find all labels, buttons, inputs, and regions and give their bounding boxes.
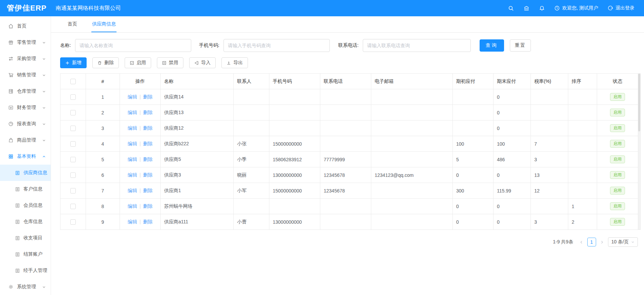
reset-button[interactable]: 重置 <box>510 39 531 52</box>
search-button[interactable]: 查询 <box>480 39 504 52</box>
sidebar-item-warehouse[interactable]: 仓库管理 <box>0 83 51 99</box>
sidebar-item-label: 基本资料 <box>17 153 36 160</box>
sidebar-item-purchase[interactable]: 采购管理 <box>0 51 51 67</box>
tab-home[interactable]: 首页 <box>67 16 78 32</box>
sidebar-item-system[interactable]: 系统管理 <box>0 279 51 295</box>
name-filter-input[interactable] <box>75 39 191 52</box>
delete-link[interactable]: 删除 <box>143 172 153 178</box>
header-ending-payable: 期末应付 <box>494 74 531 89</box>
bell-icon[interactable] <box>539 5 545 11</box>
header-index: # <box>86 74 120 89</box>
tab-supplier-info[interactable]: 供应商信息 <box>91 16 117 32</box>
cell-checkbox <box>60 89 86 105</box>
sidebar-item-label: 仓库信息 <box>23 219 42 225</box>
cell-sort: 2 <box>568 214 597 230</box>
sidebar-item-goods[interactable]: 商品管理 <box>0 132 51 148</box>
supplier-table: # 操作 名称 联系人 手机号码 联系电话 电子邮箱 期初应付 期末应付 税率(… <box>60 73 641 230</box>
add-button[interactable]: 新增 <box>60 57 87 68</box>
row-checkbox[interactable] <box>70 204 76 209</box>
delete-link[interactable]: 删除 <box>143 94 153 99</box>
cell-contact: 小季 <box>234 152 269 167</box>
user-menu[interactable]: 欢迎您, 测试用户 <box>554 5 598 11</box>
document-icon <box>15 203 20 208</box>
action-separator: | <box>140 110 141 115</box>
edit-link[interactable]: 编辑 <box>128 94 137 99</box>
bag-icon <box>8 137 14 143</box>
scrollbar-thumb[interactable] <box>638 74 640 131</box>
delete-link[interactable]: 删除 <box>143 141 153 146</box>
table-scrollbar[interactable] <box>638 73 641 230</box>
chevron-down-icon <box>42 73 46 77</box>
cell-name: 供应商5 <box>161 152 234 167</box>
next-page-icon[interactable] <box>600 240 605 244</box>
row-checkbox[interactable] <box>70 188 76 193</box>
edit-link[interactable]: 编辑 <box>128 172 137 178</box>
sidebar-item-warehouse-info[interactable]: 仓库信息 <box>0 214 51 230</box>
row-checkbox[interactable] <box>70 219 76 225</box>
edit-link[interactable]: 编辑 <box>128 219 137 224</box>
export-button[interactable]: 导出 <box>221 57 248 68</box>
sidebar-item-reports[interactable]: 报表查询 <box>0 116 51 132</box>
chevron-down-icon <box>42 90 46 93</box>
row-checkbox[interactable] <box>70 126 76 131</box>
action-separator: | <box>140 94 141 99</box>
row-checkbox[interactable] <box>70 172 76 178</box>
select-all-checkbox[interactable] <box>70 79 76 84</box>
edit-link[interactable]: 编辑 <box>128 110 137 115</box>
delete-link[interactable]: 删除 <box>143 219 153 224</box>
import-button[interactable]: 导入 <box>189 57 216 68</box>
cell-sort <box>568 89 597 105</box>
header-name: 名称 <box>161 74 234 89</box>
sidebar-item-income-expense[interactable]: 收支项目 <box>0 230 51 246</box>
row-checkbox[interactable] <box>70 110 76 115</box>
delete-button[interactable]: 删除 <box>92 57 119 68</box>
gear-icon <box>8 284 14 290</box>
cell-tax-rate: 7 <box>531 136 568 152</box>
search-icon[interactable] <box>508 5 514 11</box>
chevron-up-icon <box>42 155 46 159</box>
cell-email <box>371 152 453 167</box>
delete-link[interactable]: 删除 <box>143 188 153 193</box>
sidebar-item-handler-management[interactable]: 经手人管理 <box>0 262 51 279</box>
sidebar-item-settlement-account[interactable]: 结算账户 <box>0 246 51 262</box>
edit-link[interactable]: 编辑 <box>128 141 137 146</box>
logout-button[interactable]: 退出登录 <box>608 5 634 11</box>
page-number[interactable]: 1 <box>587 238 596 246</box>
cell-opening-payable: 0 <box>453 167 494 183</box>
export-button-label: 导出 <box>233 60 243 66</box>
edit-link[interactable]: 编辑 <box>128 125 137 131</box>
delete-link[interactable]: 删除 <box>143 203 153 209</box>
sidebar-item-member-info[interactable]: 会员信息 <box>0 197 51 214</box>
page-size-select[interactable]: 10 条/页 <box>608 237 638 247</box>
sidebar-item-label: 销售管理 <box>17 72 36 78</box>
delete-link[interactable]: 删除 <box>143 125 153 131</box>
sidebar-item-basic-data[interactable]: 基本资料 <box>0 148 51 165</box>
cell-opening-payable: 0 <box>453 199 494 214</box>
cell-index: 7 <box>86 183 120 199</box>
edit-link[interactable]: 编辑 <box>128 203 137 209</box>
sidebar-item-finance[interactable]: 财务管理 <box>0 99 51 116</box>
sidebar: 首页 零售管理 采购管理 销售管理 仓库管理 财务管理 <box>0 16 51 295</box>
row-checkbox[interactable] <box>70 94 76 100</box>
mobile-filter-input[interactable] <box>223 39 330 52</box>
sidebar-item-retail[interactable]: 零售管理 <box>0 34 51 51</box>
delete-link[interactable]: 删除 <box>143 156 153 162</box>
sidebar-item-customer-info[interactable]: 客户信息 <box>0 181 51 197</box>
enable-button[interactable]: 启用 <box>125 57 151 68</box>
row-checkbox[interactable] <box>70 141 76 147</box>
cell-ending-payable: 0 <box>494 214 531 230</box>
sidebar-item-supplier-info[interactable]: 供应商信息 <box>0 165 51 181</box>
edit-link[interactable]: 编辑 <box>128 156 137 162</box>
edit-link[interactable]: 编辑 <box>128 188 137 193</box>
disable-button[interactable]: 禁用 <box>157 57 183 68</box>
sidebar-item-sales[interactable]: 销售管理 <box>0 67 51 83</box>
delete-link[interactable]: 删除 <box>143 110 153 115</box>
prev-page-icon[interactable] <box>579 240 584 244</box>
phone-filter-input[interactable] <box>363 39 471 52</box>
cell-mobile <box>269 89 320 105</box>
bank-icon[interactable] <box>523 5 530 11</box>
row-checkbox[interactable] <box>70 157 76 162</box>
page-size-value: 10 条/页 <box>611 239 629 245</box>
sidebar-item-home[interactable]: 首页 <box>0 18 51 34</box>
sidebar-item-label: 首页 <box>17 23 26 29</box>
